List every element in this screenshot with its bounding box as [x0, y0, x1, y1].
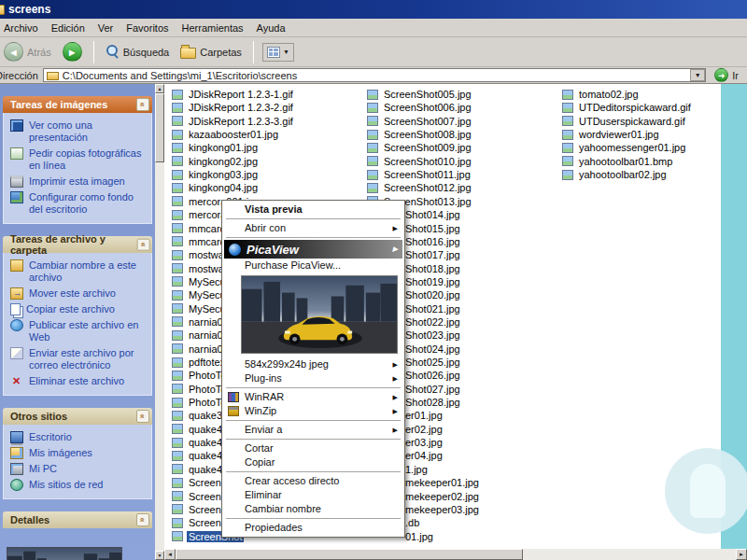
menubar-item-herramientas[interactable]: Herramientas: [176, 21, 250, 35]
sidebar-item-pedir-copias-fotográficas-en-línea[interactable]: Pedir copias fotográficas en línea: [10, 146, 149, 174]
image-file-icon: [172, 316, 183, 327]
file-item[interactable]: JDiskReport 1.2.3-1.gif: [172, 88, 295, 101]
file-item[interactable]: ScreenShot011.jpg: [367, 168, 472, 181]
sidebar-item-copiar-este-archivo[interactable]: Copiar este archivo: [10, 301, 149, 317]
sidebar-item-imprimir-esta-imagen[interactable]: Imprimir esta imagen: [10, 174, 149, 189]
sidebar-item-cambiar-nombre-a-este-archivo[interactable]: Cambiar nombre a este archivo: [10, 258, 149, 286]
sidebar-item-configurar-como-fondo-del-escritorio[interactable]: Configurar como fondo del escritorio: [10, 189, 149, 217]
context-menu-item-copiar[interactable]: Copiar: [224, 455, 402, 469]
context-menu-item-vista-previa[interactable]: Vista previa: [224, 203, 402, 217]
file-name-fragment: 01.jpg: [405, 531, 433, 542]
address-dropdown-button[interactable]: ▼: [690, 69, 705, 81]
file-item[interactable]: ScreenShot005.jpg: [367, 88, 473, 101]
image-file-icon: [172, 290, 183, 301]
sidebar-item-eliminar-este-archivo[interactable]: Eliminar este archivo: [10, 373, 149, 389]
context-menu-item-cortar[interactable]: Cortar: [224, 441, 402, 455]
file-item[interactable]: ScreenShot007.jpg: [367, 115, 473, 128]
file-item[interactable]: kingkong03.jpg: [172, 168, 260, 181]
sidebar-item-mover-este-archivo[interactable]: Mover este archivo: [10, 286, 149, 301]
title-bar[interactable]: screens: [0, 0, 747, 19]
sidebar-section-title: Detalles: [10, 514, 49, 525]
file-item[interactable]: yahootoolbar01.bmp: [562, 155, 674, 168]
views-button[interactable]: ▼: [262, 43, 294, 62]
sidebar-item-publicar-este-archivo-en-web[interactable]: Publicar este archivo en Web: [10, 317, 149, 345]
file-name: ScreenShot008.jpg: [382, 129, 473, 140]
file-item[interactable]: ScreenShot009.jpg: [367, 141, 473, 154]
chevron-up-icon[interactable]: »: [136, 513, 149, 526]
back-button[interactable]: ◄ Atrás: [0, 40, 56, 63]
search-button[interactable]: Búsqueda: [101, 43, 175, 61]
sidebar-item-enviar-este-archivo-por-correo-electrónico[interactable]: Enviar este archivo por correo electróni…: [10, 345, 149, 373]
sidebar-item-ver-como-una-presentación[interactable]: Ver como una presentación: [10, 118, 149, 146]
scroll-down-button[interactable]: ▼: [155, 551, 164, 560]
file-item[interactable]: tomato02.jpg: [562, 88, 641, 101]
context-menu: Vista previaAbrir con▶PicaView▶Purchase …: [221, 200, 405, 538]
context-menu-item-cambiar-nombre[interactable]: Cambiar nombre: [224, 502, 402, 516]
image-file-icon: [367, 156, 378, 166]
chevron-up-icon[interactable]: »: [136, 238, 149, 250]
menubar-item-ver[interactable]: Ver: [92, 21, 120, 35]
menubar-item-ayuda[interactable]: Ayuda: [250, 21, 292, 35]
file-item[interactable]: UTDuserspickaward.gif: [562, 115, 687, 128]
sidebar-section-title: Otros sitios: [10, 411, 67, 422]
folders-button[interactable]: Carpetas: [176, 43, 247, 61]
menubar-item-archivo[interactable]: Archivo: [0, 21, 45, 35]
file-item[interactable]: JDiskReport 1.2.3-2.gif: [172, 101, 295, 114]
sidebar-item-mis-imágenes[interactable]: Mis imágenes: [10, 445, 149, 461]
file-item[interactable]: ScreenShot010.jpg: [367, 155, 473, 168]
file-item[interactable]: JDiskReport 1.2.3-3.gif: [172, 115, 295, 128]
file-item[interactable]: kingkong01.jpg: [172, 141, 260, 154]
image-file-icon: [172, 90, 183, 100]
context-menu-item-abrir-con[interactable]: Abrir con▶: [224, 221, 402, 235]
file-item[interactable]: yahootoolbar02.jpg: [562, 168, 669, 181]
forward-button[interactable]: ►: [58, 40, 87, 63]
sidebar-item-mis-sitios-de-red[interactable]: Mis sitios de red: [10, 477, 149, 493]
scroll-left-button[interactable]: ◄: [164, 549, 176, 560]
context-menu-item-purchase-picaview[interactable]: Purchase PicaView...: [224, 259, 402, 273]
chevron-up-icon[interactable]: »: [136, 98, 149, 111]
file-item[interactable]: kingkong04.jpg: [172, 181, 260, 194]
context-menu-item-winrar[interactable]: WinRAR▶: [224, 390, 402, 404]
file-item[interactable]: ScreenShot006.jpg: [367, 101, 473, 114]
context-menu-item-winzip[interactable]: WinZip▶: [224, 404, 402, 418]
context-menu-item-crear-acceso-directo[interactable]: Crear acceso directo: [224, 474, 402, 488]
context-menu-item-label: Abrir con: [245, 222, 286, 233]
file-name: ScreenShot007.jpg: [382, 116, 473, 127]
file-item[interactable]: UTDeditorspickaward.gif: [562, 101, 693, 114]
menubar-item-edición[interactable]: Edición: [45, 21, 92, 35]
scrollbar-thumb[interactable]: [176, 549, 523, 560]
horizontal-scrollbar[interactable]: ◄ ►: [164, 549, 747, 560]
delete-icon: [10, 375, 23, 387]
file-item[interactable]: yahoomessenger01.jpg: [562, 141, 687, 154]
file-item[interactable]: ScreenShot012.jpg: [367, 181, 473, 194]
scroll-up-button[interactable]: ▲: [155, 84, 164, 93]
menubar-item-favoritos[interactable]: Favoritos: [120, 21, 175, 35]
file-name: ScreenShot010.jpg: [382, 156, 473, 167]
sidebar-item-mi-pc[interactable]: Mi PC: [10, 461, 149, 477]
go-button[interactable]: ➜ Ir: [711, 68, 742, 82]
image-file-icon: [172, 478, 183, 488]
scroll-right-button[interactable]: ►: [736, 549, 747, 560]
chevron-up-icon[interactable]: »: [136, 410, 149, 423]
sidebar-section-header[interactable]: Otros sitios»: [3, 408, 152, 425]
file-item[interactable]: ScreenShot008.jpg: [367, 128, 473, 141]
scrollbar-thumb[interactable]: [155, 93, 164, 162]
details-section: Detalles »: [3, 511, 152, 560]
sidebar-section-header[interactable]: Tareas de archivo y carpeta»: [3, 236, 152, 253]
context-menu-item-584x299x24b-jpeg[interactable]: 584x299x24b jpeg▶: [224, 357, 402, 371]
context-menu-item-enviar-a[interactable]: Enviar a▶: [224, 423, 402, 437]
file-name: JDiskReport 1.2.3-2.gif: [187, 102, 295, 113]
context-menu-item-plug-ins[interactable]: Plug-ins▶: [224, 371, 402, 385]
details-section-header[interactable]: Detalles »: [3, 511, 152, 528]
sidebar-item-escritorio[interactable]: Escritorio: [10, 429, 149, 445]
sidebar-section-header[interactable]: Tareas de imágenes»: [3, 96, 152, 113]
file-item[interactable]: wordviewer01.jpg: [562, 128, 661, 141]
file-item[interactable]: kingkong02.jpg: [172, 155, 260, 168]
taskpane-scrollbar[interactable]: ▲ ▼: [155, 84, 164, 560]
context-menu-item-propiedades[interactable]: Propiedades: [224, 521, 402, 535]
chevron-down-icon: ▼: [283, 49, 289, 55]
file-item[interactable]: kazaabooster01.jpg: [172, 128, 280, 141]
address-input[interactable]: C:\Documents and Settings\mi_1\Escritori…: [43, 68, 706, 82]
context-menu-item-eliminar[interactable]: Eliminar: [224, 488, 402, 502]
context-menu-picaview-banner[interactable]: PicaView▶: [224, 240, 402, 259]
